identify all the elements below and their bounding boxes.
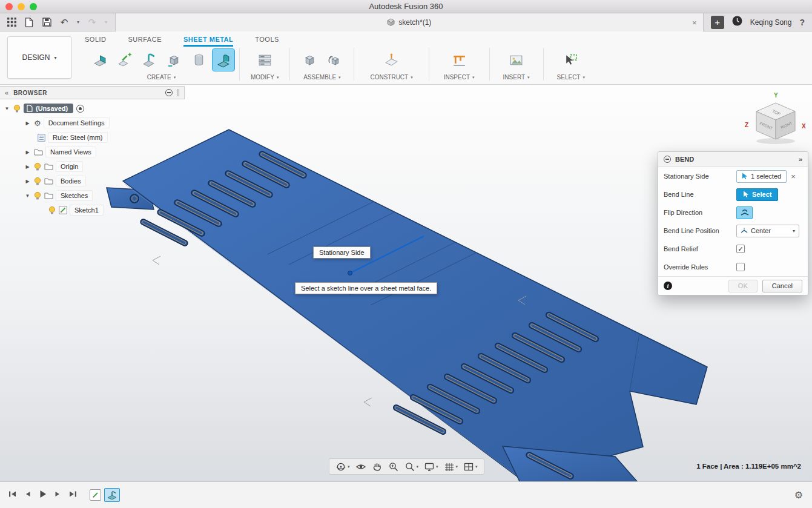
new-document-icon[interactable] <box>22 16 36 29</box>
insert-image-icon[interactable] <box>506 49 527 71</box>
new-component-icon[interactable] <box>299 49 320 71</box>
measure-icon[interactable] <box>448 49 470 71</box>
hole-icon[interactable] <box>188 49 210 71</box>
expander-icon[interactable]: ▼ <box>24 193 31 199</box>
expander-icon[interactable]: ▶ <box>24 164 31 170</box>
help-icon[interactable]: ? <box>799 18 805 27</box>
view-cube[interactable]: Y TOP FRONT RIGHT X Z <box>743 90 808 148</box>
group-label-insert[interactable]: INSERT▾ <box>503 74 530 81</box>
workspace-switcher[interactable]: DESIGN ▾ <box>7 36 71 79</box>
minimize-window-button[interactable] <box>18 3 25 10</box>
info-icon[interactable]: i <box>664 282 672 290</box>
job-status-icon[interactable] <box>732 16 742 28</box>
group-label-inspect[interactable]: INSPECT▾ <box>444 74 475 81</box>
zoom-window-icon[interactable] <box>388 461 399 472</box>
redo-icon[interactable]: ↷ <box>85 16 99 29</box>
bend-line-point-marker[interactable] <box>348 271 352 275</box>
stationary-side-selection-button[interactable]: 1 selected <box>736 170 787 183</box>
display-settings-icon[interactable]: ▾ <box>424 461 438 472</box>
tree-item-root[interactable]: ▼ (Unsaved) <box>0 101 185 116</box>
close-window-button[interactable] <box>5 3 13 10</box>
override-rules-checkbox[interactable] <box>736 263 745 271</box>
tab-solid[interactable]: SOLID <box>85 31 107 47</box>
bend-tool-icon[interactable] <box>213 49 234 71</box>
undo-caret-icon[interactable]: ▾ <box>75 16 81 29</box>
viewport[interactable]: « BROWSER ▼ (Unsaved) <box>0 85 812 481</box>
skip-to-start-icon[interactable] <box>8 490 17 501</box>
play-icon[interactable] <box>38 489 47 501</box>
group-label-select[interactable]: SELECT▾ <box>557 74 585 81</box>
cancel-button[interactable]: Cancel <box>762 280 802 292</box>
stationary-side-value: 1 selected <box>751 173 781 180</box>
active-document-pill[interactable]: (Unsaved) <box>24 104 73 113</box>
group-label-assemble[interactable]: ASSEMBLE▾ <box>303 74 340 81</box>
panel-grip-icon[interactable] <box>177 89 179 96</box>
visibility-bulb-icon[interactable] <box>13 104 21 113</box>
tab-close-icon[interactable]: × <box>692 18 697 27</box>
ok-button[interactable]: OK <box>728 280 758 292</box>
user-name[interactable]: Keqing Song <box>750 18 792 27</box>
bend-line-select-button[interactable]: Select <box>736 188 778 201</box>
group-create: CREATE▾ <box>84 48 239 81</box>
tree-item-named-views[interactable]: ▶ Named Views <box>0 145 185 159</box>
tab-tools[interactable]: TOOLS <box>255 31 279 47</box>
timeline-bend-feature-active[interactable] <box>104 488 120 502</box>
visibility-bulb-icon[interactable] <box>34 162 41 171</box>
timeline-sketch-feature[interactable] <box>90 489 101 501</box>
redo-caret-icon[interactable]: ▾ <box>103 16 109 29</box>
tab-sheet-metal[interactable]: SHEET METAL <box>183 31 233 47</box>
expander-icon[interactable]: ▼ <box>4 106 10 111</box>
document-tab[interactable]: sketch*(1) × <box>115 13 704 31</box>
dialog-collapse-icon[interactable]: » <box>799 156 802 163</box>
tree-item-origin[interactable]: ▶ Origin <box>0 159 185 174</box>
grid-settings-icon[interactable]: ▾ <box>444 461 458 472</box>
app-grid-icon[interactable] <box>5 16 18 29</box>
visibility-bulb-icon[interactable] <box>48 206 56 215</box>
group-label-modify[interactable]: MODIFY▾ <box>251 74 279 81</box>
zoom-window-button[interactable] <box>30 3 37 10</box>
skip-to-end-icon[interactable] <box>68 490 78 501</box>
folder-icon <box>44 192 53 199</box>
orbit-icon[interactable]: ▾ <box>335 461 350 472</box>
focus-target-icon[interactable] <box>76 105 84 113</box>
timeline-settings-gear-icon[interactable]: ⚙ <box>794 489 812 501</box>
step-back-icon[interactable] <box>24 490 31 501</box>
create-sketch-icon[interactable] <box>113 49 135 71</box>
modify-rules-icon[interactable] <box>254 49 276 71</box>
pan-icon[interactable] <box>372 461 383 472</box>
zoom-icon[interactable]: ▾ <box>404 461 419 472</box>
tree-item-document-settings[interactable]: ▶ ⚙ Document Settings <box>0 116 185 130</box>
group-label-construct[interactable]: CONSTRUCT▾ <box>370 74 412 81</box>
collapse-all-icon[interactable] <box>165 89 173 96</box>
group-label-create[interactable]: CREATE▾ <box>147 74 176 81</box>
undo-icon[interactable]: ↶ <box>58 16 71 29</box>
clear-selection-icon[interactable]: × <box>791 172 796 181</box>
bend-line-position-dropdown[interactable]: Center ▾ <box>736 225 799 237</box>
tree-item-rule[interactable]: Rule: Steel (mm) <box>0 130 185 145</box>
bend-dialog-header[interactable]: BEND » <box>658 152 808 167</box>
collapse-panel-icon[interactable]: « <box>5 89 8 96</box>
tree-item-bodies[interactable]: ▶ Bodies <box>0 174 185 188</box>
bend-relief-checkbox[interactable]: ✓ <box>736 245 745 253</box>
visibility-bulb-icon[interactable] <box>34 177 41 186</box>
visibility-bulb-icon[interactable] <box>34 191 41 200</box>
bend-line-select-label: Select <box>752 191 771 198</box>
tab-surface[interactable]: SURFACE <box>128 31 162 47</box>
construction-plane-icon[interactable] <box>381 49 403 71</box>
expander-icon[interactable]: ▶ <box>24 120 31 126</box>
convert-to-sheet-metal-icon[interactable] <box>163 49 185 71</box>
expander-icon[interactable]: ▶ <box>24 179 31 184</box>
save-icon[interactable] <box>40 16 53 29</box>
flange-edge-icon[interactable] <box>138 49 160 71</box>
joint-icon[interactable] <box>323 49 345 71</box>
new-tab-button[interactable]: + <box>711 16 724 29</box>
expander-icon[interactable]: ▶ <box>24 150 31 155</box>
select-tool-icon[interactable] <box>560 49 582 71</box>
flange-icon[interactable] <box>88 49 110 71</box>
tree-item-sketches[interactable]: ▼ Sketches <box>0 188 185 203</box>
viewports-icon[interactable]: ▾ <box>463 461 478 472</box>
look-at-icon[interactable] <box>355 461 366 472</box>
flip-direction-button[interactable] <box>736 206 753 219</box>
tree-item-sketch1[interactable]: Sketch1 <box>0 203 185 217</box>
step-forward-icon[interactable] <box>54 490 62 501</box>
